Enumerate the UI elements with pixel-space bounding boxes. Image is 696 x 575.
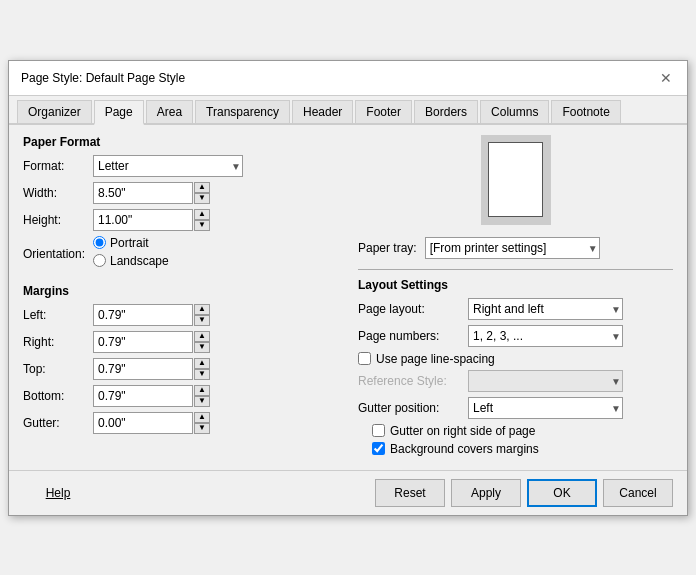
tab-header[interactable]: Header: [292, 100, 353, 123]
gutter-input-group: ▲ ▼: [93, 412, 210, 434]
divider: [358, 269, 673, 270]
height-spinner: ▲ ▼: [194, 209, 210, 231]
width-input-group: ▲ ▼: [93, 182, 210, 204]
left-down-btn[interactable]: ▼: [194, 315, 210, 326]
left-input-group: ▲ ▼: [93, 304, 210, 326]
gutter-input[interactable]: [93, 412, 193, 434]
landscape-row: Landscape: [93, 254, 169, 268]
right-up-btn[interactable]: ▲: [194, 331, 210, 342]
paper-page: [488, 142, 543, 217]
width-input[interactable]: [93, 182, 193, 204]
top-up-btn[interactable]: ▲: [194, 358, 210, 369]
paper-tray-select[interactable]: [From printer settings]: [425, 237, 600, 259]
top-spinner: ▲ ▼: [194, 358, 210, 380]
tab-organizer[interactable]: Organizer: [17, 100, 92, 123]
bg-covers-checkbox[interactable]: [372, 442, 385, 455]
left-input[interactable]: [93, 304, 193, 326]
line-spacing-checkbox[interactable]: [358, 352, 371, 365]
landscape-radio[interactable]: [93, 254, 106, 267]
height-down-btn[interactable]: ▼: [194, 220, 210, 231]
format-label: Format:: [23, 159, 93, 173]
orientation-options: Portrait Landscape: [93, 236, 169, 272]
footer-bar: Help Reset Apply OK Cancel: [9, 470, 687, 515]
format-select[interactable]: Letter A4 Legal: [93, 155, 243, 177]
right-input-group: ▲ ▼: [93, 331, 210, 353]
gutter-down-btn[interactable]: ▼: [194, 423, 210, 434]
tab-columns[interactable]: Columns: [480, 100, 549, 123]
right-panel: Paper tray: [From printer settings] ▼ La…: [358, 135, 673, 460]
right-row: Right: ▲ ▼: [23, 331, 338, 353]
gutter-spinner: ▲ ▼: [194, 412, 210, 434]
reset-button[interactable]: Reset: [375, 479, 445, 507]
page-numbers-select[interactable]: 1, 2, 3, ... A, B, C, ... a, b, c, ... I…: [468, 325, 623, 347]
tab-borders[interactable]: Borders: [414, 100, 478, 123]
tab-footnote[interactable]: Footnote: [551, 100, 620, 123]
height-input[interactable]: [93, 209, 193, 231]
bottom-up-btn[interactable]: ▲: [194, 385, 210, 396]
layout-title: Layout Settings: [358, 278, 673, 292]
width-label: Width:: [23, 186, 93, 200]
bottom-down-btn[interactable]: ▼: [194, 396, 210, 407]
gutter-position-label: Gutter position:: [358, 401, 468, 415]
close-button[interactable]: ✕: [657, 69, 675, 87]
portrait-radio[interactable]: [93, 236, 106, 249]
gutter-label: Gutter:: [23, 416, 93, 430]
margins-title: Margins: [23, 284, 338, 298]
page-layout-select[interactable]: Right and left Mirrored Only right Only …: [468, 298, 623, 320]
ok-button[interactable]: OK: [527, 479, 597, 507]
apply-button[interactable]: Apply: [451, 479, 521, 507]
gutter-right-checkbox[interactable]: [372, 424, 385, 437]
line-spacing-label: Use page line-spacing: [376, 352, 495, 366]
width-down-btn[interactable]: ▼: [194, 193, 210, 204]
top-input[interactable]: [93, 358, 193, 380]
height-up-btn[interactable]: ▲: [194, 209, 210, 220]
reference-style-select[interactable]: [468, 370, 623, 392]
bottom-input[interactable]: [93, 385, 193, 407]
portrait-row: Portrait: [93, 236, 169, 250]
width-up-btn[interactable]: ▲: [194, 182, 210, 193]
content-area: Paper Format Format: Letter A4 Legal ▼ W…: [9, 125, 687, 470]
page-numbers-label: Page numbers:: [358, 329, 468, 343]
gutter-position-select[interactable]: Left Right Top: [468, 397, 623, 419]
gutter-position-select-wrapper: Left Right Top ▼: [468, 397, 623, 419]
gutter-right-label: Gutter on right side of page: [390, 424, 535, 438]
right-label: Right:: [23, 335, 93, 349]
footer-right: Reset Apply OK Cancel: [375, 479, 673, 507]
gutter-row: Gutter: ▲ ▼: [23, 412, 338, 434]
height-label: Height:: [23, 213, 93, 227]
orientation-row: Orientation: Portrait Landscape: [23, 236, 338, 272]
right-input[interactable]: [93, 331, 193, 353]
left-panel: Paper Format Format: Letter A4 Legal ▼ W…: [23, 135, 338, 460]
left-up-btn[interactable]: ▲: [194, 304, 210, 315]
landscape-label: Landscape: [110, 254, 169, 268]
paper-tray-select-wrapper: [From printer settings] ▼: [425, 237, 600, 259]
paper-format-title: Paper Format: [23, 135, 338, 149]
reference-style-select-wrapper: ▼: [468, 370, 623, 392]
format-select-wrapper: Letter A4 Legal ▼: [93, 155, 243, 177]
tab-area[interactable]: Area: [146, 100, 193, 123]
right-down-btn[interactable]: ▼: [194, 342, 210, 353]
tab-page[interactable]: Page: [94, 100, 144, 125]
gutter-right-row: Gutter on right side of page: [372, 424, 673, 438]
title-bar: Page Style: Default Page Style ✕: [9, 61, 687, 96]
bg-covers-row: Background covers margins: [372, 442, 673, 456]
reference-style-label: Reference Style:: [358, 374, 468, 388]
bottom-input-group: ▲ ▼: [93, 385, 210, 407]
page-numbers-row: Page numbers: 1, 2, 3, ... A, B, C, ... …: [358, 325, 673, 347]
help-button[interactable]: Help: [23, 479, 93, 507]
height-row: Height: ▲ ▼: [23, 209, 338, 231]
format-input-group: Letter A4 Legal ▼: [93, 155, 243, 177]
dialog: Page Style: Default Page Style ✕ Organiz…: [8, 60, 688, 516]
page-layout-select-wrapper: Right and left Mirrored Only right Only …: [468, 298, 623, 320]
top-down-btn[interactable]: ▼: [194, 369, 210, 380]
height-input-group: ▲ ▼: [93, 209, 210, 231]
cancel-button[interactable]: Cancel: [603, 479, 673, 507]
tab-bar: Organizer Page Area Transparency Header …: [9, 96, 687, 125]
top-row: Top: ▲ ▼: [23, 358, 338, 380]
tab-transparency[interactable]: Transparency: [195, 100, 290, 123]
gutter-up-btn[interactable]: ▲: [194, 412, 210, 423]
right-spinner: ▲ ▼: [194, 331, 210, 353]
tab-footer[interactable]: Footer: [355, 100, 412, 123]
width-spinner: ▲ ▼: [194, 182, 210, 204]
bg-covers-label: Background covers margins: [390, 442, 539, 456]
